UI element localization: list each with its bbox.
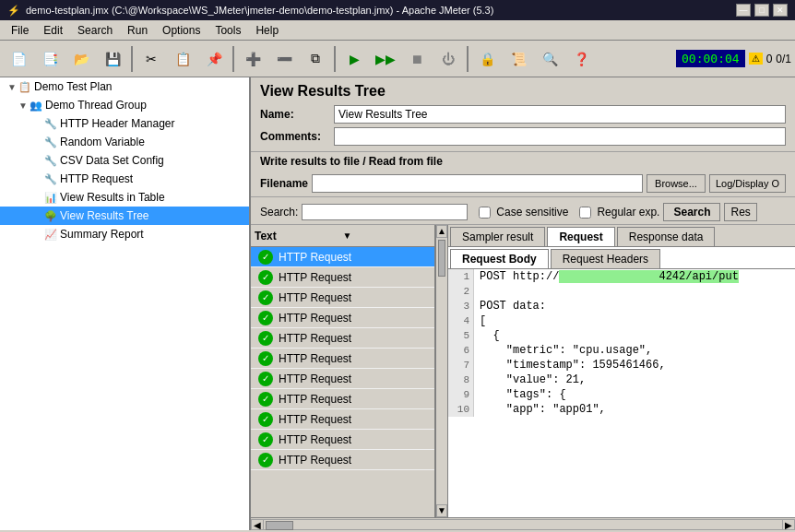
comments-input[interactable] <box>334 127 786 146</box>
code-view[interactable]: 1 POST http:// 4242/api/put 2 3 POST dat… <box>448 269 795 517</box>
log-display-button[interactable]: Log/Display O <box>709 174 786 193</box>
result-item-10[interactable]: ✓ HTTP Request <box>251 450 434 470</box>
tree-item-view-results-table[interactable]: ▶ 📊 View Results in Table <box>0 188 249 207</box>
run-no-pause-button[interactable]: ▶▶ <box>371 44 400 74</box>
close-button[interactable]: ✕ <box>773 4 788 17</box>
search-input[interactable] <box>302 204 468 220</box>
sub-tab-request-body[interactable]: Request Body <box>450 249 549 268</box>
save-button[interactable]: 💾 <box>98 44 127 74</box>
tab-request[interactable]: Request <box>547 227 614 246</box>
timer-display: 00:00:04 <box>676 50 745 67</box>
filename-input[interactable] <box>312 174 643 193</box>
result-item-6[interactable]: ✓ HTTP Request <box>251 369 434 389</box>
cut-button[interactable]: ✂ <box>136 44 166 74</box>
case-sensitive-checkbox[interactable] <box>479 207 491 219</box>
tab-sampler-result[interactable]: Sampler result <box>450 227 545 246</box>
results-scrollbar[interactable]: ▲ ▼ <box>435 225 448 517</box>
help-button[interactable]: ❓ <box>566 44 596 74</box>
toolbar: 📄 📑 📂 💾 ✂ 📋 📌 ➕ ➖ ⧉ ▶ ▶▶ ⏹ ⏻ 🔒 📜 🔍 ❓ 00:… <box>0 41 795 77</box>
shutdown-button[interactable]: ⏻ <box>433 44 463 74</box>
browse-button[interactable]: Browse... <box>647 174 706 193</box>
tree-item-csv-data-set[interactable]: ▶ 🔧 CSV Data Set Config <box>0 151 249 170</box>
menu-tools[interactable]: Tools <box>208 22 248 39</box>
result-item-5[interactable]: ✓ HTTP Request <box>251 349 434 369</box>
tree-item-demo-thread-group[interactable]: ▼ 👥 Demo Thread Group <box>0 96 249 114</box>
result-label-6: HTTP Request <box>279 372 351 385</box>
menu-edit[interactable]: Edit <box>36 22 70 39</box>
menu-help[interactable]: Help <box>248 22 286 39</box>
error-count: 0/1 <box>776 53 791 65</box>
result-item-0[interactable]: ✓ HTTP Request <box>251 247 434 267</box>
bottom-scrollbar[interactable]: ◀ ▶ <box>251 517 795 530</box>
menu-file[interactable]: File <box>4 22 36 39</box>
result-label-0: HTTP Request <box>279 251 351 264</box>
search-in-test-button[interactable]: 🔍 <box>535 44 564 74</box>
tree-toggle[interactable]: ▼ <box>18 100 28 111</box>
result-label-5: HTTP Request <box>279 352 351 365</box>
tree-item-summary-report[interactable]: ▶ 📈 Summary Report <box>0 225 249 243</box>
menu-search[interactable]: Search <box>70 22 120 39</box>
result-item-3[interactable]: ✓ HTTP Request <box>251 308 434 328</box>
scroll-right-button[interactable]: ▶ <box>782 519 795 530</box>
paste-button[interactable]: 📌 <box>199 44 229 74</box>
sub-tab-request-headers[interactable]: Request Headers <box>551 249 660 268</box>
line-content-9: "tags": { <box>474 387 566 402</box>
search-button[interactable]: Search <box>663 203 720 221</box>
result-item-2[interactable]: ✓ HTTP Request <box>251 288 434 308</box>
new-button[interactable]: 📄 <box>4 44 33 74</box>
template-button[interactable]: 📑 <box>35 44 65 74</box>
code-line-10: 10 "app": "app01", <box>448 402 795 417</box>
remove-button[interactable]: ➖ <box>269 44 299 74</box>
name-input[interactable] <box>334 105 786 124</box>
result-icon-4: ✓ <box>258 331 273 346</box>
case-sensitive-label: Case sensitive <box>496 206 568 219</box>
result-item-7[interactable]: ✓ HTTP Request <box>251 389 434 409</box>
code-line-5: 5 { <box>448 328 795 343</box>
line-num-8: 8 <box>448 372 474 387</box>
line-num-5: 5 <box>448 328 474 343</box>
result-item-9[interactable]: ✓ HTTP Request <box>251 430 434 450</box>
run-button[interactable]: ▶ <box>339 44 369 74</box>
scroll-thumb[interactable] <box>438 240 445 277</box>
menu-run[interactable]: Run <box>120 22 155 39</box>
log-viewer-button[interactable]: 📜 <box>504 44 533 74</box>
result-item-8[interactable]: ✓ HTTP Request <box>251 409 434 430</box>
result-item-4[interactable]: ✓ HTTP Request <box>251 328 434 349</box>
regex-checkbox[interactable] <box>579 207 591 219</box>
tree-item-random-variable[interactable]: ▶ 🔧 Random Variable <box>0 133 249 151</box>
result-icon-2: ✓ <box>258 290 273 305</box>
scroll-track <box>436 238 447 504</box>
code-line-7: 7 "timestamp": 1595461466, <box>448 358 795 372</box>
scroll-thumb-horizontal[interactable] <box>266 521 293 530</box>
ssl-manager-button[interactable]: 🔒 <box>472 44 502 74</box>
open-button[interactable]: 📂 <box>66 44 96 74</box>
duplicate-button[interactable]: ⧉ <box>301 44 330 74</box>
title-bar-left: ⚡ demo-testplan.jmx (C:\@Workspace\WS_JM… <box>7 5 493 17</box>
menu-options[interactable]: Options <box>155 22 208 39</box>
maximize-button[interactable]: □ <box>754 4 769 17</box>
result-item-1[interactable]: ✓ HTTP Request <box>251 267 434 288</box>
scroll-up-button[interactable]: ▲ <box>436 225 447 238</box>
tree-toggle[interactable]: ▼ <box>7 82 17 92</box>
add-button[interactable]: ➕ <box>238 44 267 74</box>
result-label-4: HTTP Request <box>279 332 351 345</box>
scroll-down-button[interactable]: ▼ <box>436 504 447 517</box>
result-label-8: HTTP Request <box>279 413 351 426</box>
tree-item-view-results-tree[interactable]: ▶ 🌳 View Results Tree <box>0 207 249 225</box>
tab-response-data[interactable]: Response data <box>617 227 716 246</box>
results-dropdown-button[interactable]: ▼ <box>343 231 432 241</box>
line-content-6: "metric": "cpu.usage", <box>474 343 652 358</box>
code-line-6: 6 "metric": "cpu.usage", <box>448 343 795 358</box>
tree-item-http-request[interactable]: ▶ 🔧 HTTP Request <box>0 170 249 188</box>
results-scroll[interactable]: ✓ HTTP Request ✓ HTTP Request ✓ HTTP Req… <box>251 247 434 517</box>
tree-item-http-header-manager[interactable]: ▶ 🔧 HTTP Header Manager <box>0 114 249 133</box>
copy-button[interactable]: 📋 <box>168 44 197 74</box>
line-content-5: { <box>474 328 500 343</box>
tree-item-demo-test-plan[interactable]: ▼ 📋 Demo Test Plan <box>0 77 249 96</box>
line-content-7: "timestamp": 1595461466, <box>474 358 666 372</box>
reset-button[interactable]: Res <box>724 203 756 221</box>
stop-button[interactable]: ⏹ <box>402 44 432 74</box>
summary-report-icon: 📈 <box>44 229 57 241</box>
minimize-button[interactable]: — <box>736 4 751 17</box>
scroll-left-button[interactable]: ◀ <box>251 519 264 530</box>
